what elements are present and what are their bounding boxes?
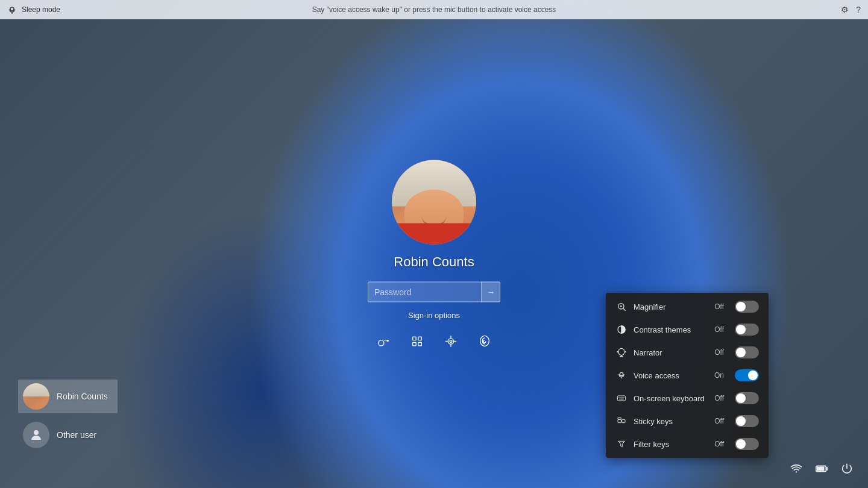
svg-rect-5 <box>413 342 417 346</box>
svg-point-0 <box>10 7 14 11</box>
sticky-keys-icon <box>615 415 627 427</box>
top-bar-left: Sleep mode <box>7 5 60 14</box>
contrast-label: Contrast themes <box>634 325 708 334</box>
acc-item-contrast: Contrast themes Off <box>606 318 769 341</box>
contrast-toggle-knob <box>736 325 746 334</box>
avatar <box>392 160 476 245</box>
contrast-status: Off <box>714 325 724 334</box>
keyboard-toggle-knob <box>736 393 746 403</box>
svg-line-11 <box>623 308 626 311</box>
narrator-icon <box>615 346 627 358</box>
filter-keys-toggle-knob <box>736 439 746 449</box>
acc-item-filter-keys: Filter keys Off <box>606 433 769 455</box>
filter-keys-icon <box>615 438 627 450</box>
sticky-keys-toggle-knob <box>736 416 746 426</box>
svg-rect-27 <box>622 419 625 422</box>
pin-signin-icon[interactable] <box>406 331 428 352</box>
avatar-face <box>392 160 476 245</box>
narrator-status: Off <box>714 348 724 357</box>
password-input[interactable] <box>368 282 500 302</box>
magnifier-icon <box>615 301 627 313</box>
magnifier-toggle-knob <box>736 302 746 311</box>
password-field-wrap: → <box>368 282 500 302</box>
svg-point-7 <box>448 339 453 344</box>
svg-point-8 <box>450 340 452 343</box>
accessibility-panel: Magnifier Off Contrast themes Off <box>606 293 769 458</box>
filter-keys-toggle[interactable] <box>735 438 759 450</box>
acc-item-voice-access: Voice access On <box>606 364 769 387</box>
user-item-other[interactable]: Other user <box>18 418 118 452</box>
sticky-keys-label: Sticky keys <box>634 417 708 426</box>
voice-access-acc-icon <box>615 369 627 381</box>
battery-icon[interactable] <box>815 462 828 478</box>
signin-icons-group <box>373 331 495 352</box>
sticky-keys-toggle[interactable] <box>735 415 759 427</box>
filter-keys-status: Off <box>714 440 724 448</box>
power-icon[interactable] <box>840 462 854 478</box>
contrast-icon <box>615 324 627 336</box>
user-avatar-small-robin <box>23 383 49 410</box>
svg-rect-28 <box>618 418 621 419</box>
user-avatar-generic <box>23 422 49 448</box>
wifi-icon[interactable] <box>790 462 803 478</box>
svg-rect-4 <box>418 337 422 340</box>
acc-item-keyboard: On-screen keyboard Off <box>606 387 769 410</box>
acc-item-magnifier: Magnifier Off <box>606 295 769 318</box>
voice-access-icon <box>7 5 17 14</box>
magnifier-toggle[interactable] <box>735 301 759 313</box>
password-submit-button[interactable]: → <box>481 282 500 302</box>
narrator-label: Narrator <box>634 348 708 357</box>
bottom-bar <box>790 462 854 478</box>
magnifier-label: Magnifier <box>634 302 708 311</box>
fingerprint-signin-icon[interactable] <box>474 331 495 352</box>
svg-rect-19 <box>617 396 625 401</box>
settings-icon[interactable]: ⚙ <box>841 5 849 14</box>
acc-item-sticky-keys: Sticky keys Off <box>606 410 769 433</box>
help-icon[interactable]: ? <box>856 5 861 14</box>
svg-rect-26 <box>618 419 621 422</box>
svg-point-9 <box>34 430 39 435</box>
keyboard-label: On-screen keyboard <box>634 394 708 403</box>
user-avatar-img-robin <box>23 383 49 410</box>
voice-instruction: Say "voice access wake up" or press the … <box>312 5 556 14</box>
user-item-robin[interactable]: Robin Counts <box>18 380 118 413</box>
signin-options-link[interactable]: Sign-in options <box>408 311 460 320</box>
svg-rect-30 <box>817 467 824 471</box>
svg-rect-3 <box>413 337 417 340</box>
user-item-other-name: Other user <box>57 430 96 440</box>
keyboard-icon <box>615 392 627 404</box>
user-avatar-hair <box>23 383 49 396</box>
picture-password-signin-icon[interactable] <box>440 331 462 352</box>
keyboard-status: Off <box>714 394 724 402</box>
login-user-name: Robin Counts <box>394 254 474 270</box>
magnifier-status: Off <box>714 302 724 311</box>
voice-access-toggle[interactable] <box>735 369 759 381</box>
svg-point-2 <box>379 340 384 346</box>
login-area: Robin Counts → Sign-in options <box>368 160 500 352</box>
voice-access-label: Voice access <box>634 371 708 380</box>
sleep-mode-label: Sleep mode <box>22 5 60 14</box>
user-switcher: Robin Counts Other user <box>18 380 118 452</box>
top-bar: Sleep mode Say "voice access wake up" or… <box>0 0 868 19</box>
filter-keys-label: Filter keys <box>634 440 708 449</box>
sticky-keys-status: Off <box>714 417 724 425</box>
arrow-icon: → <box>487 287 495 297</box>
user-avatar-small-other <box>23 422 49 448</box>
keyboard-toggle[interactable] <box>735 392 759 404</box>
narrator-toggle-knob <box>736 348 746 357</box>
svg-point-17 <box>620 372 623 375</box>
voice-access-status: On <box>714 371 724 380</box>
avatar-shirt <box>392 224 476 245</box>
top-bar-right: ⚙ ? <box>841 5 861 14</box>
svg-rect-6 <box>418 342 422 346</box>
narrator-toggle[interactable] <box>735 346 759 358</box>
key-signin-icon[interactable] <box>373 331 394 352</box>
voice-access-toggle-knob <box>748 371 758 380</box>
contrast-toggle[interactable] <box>735 324 759 336</box>
user-item-robin-name: Robin Counts <box>57 392 108 401</box>
acc-item-narrator: Narrator Off <box>606 341 769 364</box>
